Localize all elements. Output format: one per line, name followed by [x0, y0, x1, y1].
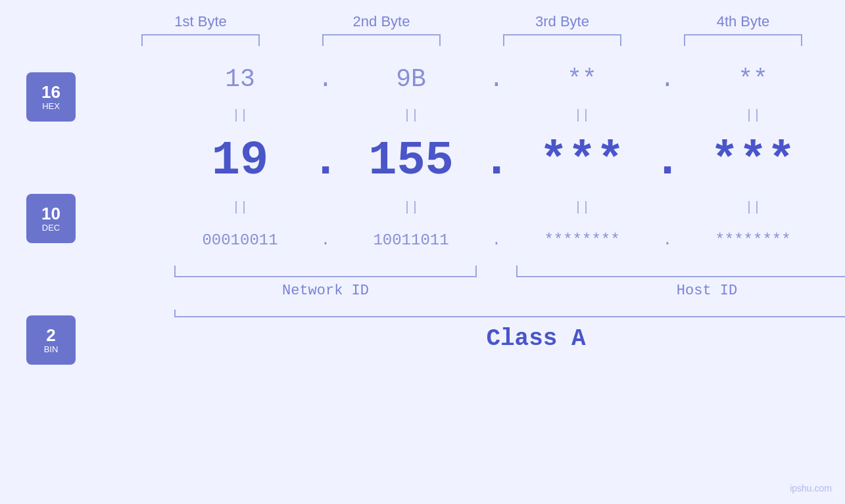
- dec-b3: ***: [516, 134, 648, 188]
- dec-dot-2: .: [477, 134, 516, 188]
- dec-data-row: 19 . 155 . *** . ***: [174, 125, 845, 197]
- bin-data-row: 00010011 . 10011011 . ******** .: [174, 217, 845, 263]
- network-id-label: Network ID: [174, 283, 477, 299]
- bracket-2: [322, 34, 441, 46]
- eq7: ||: [516, 200, 648, 215]
- class-container: Class A: [174, 309, 845, 352]
- class-bracket: [174, 309, 845, 317]
- bin-dot-1: .: [306, 231, 345, 249]
- hex-dot-3: .: [648, 65, 687, 93]
- bracket-1: [141, 34, 260, 46]
- eq6: ||: [345, 200, 477, 215]
- watermark: ipshu.com: [790, 483, 832, 493]
- hex-b2: 9B: [345, 65, 477, 93]
- dec-badge-num: 10: [41, 204, 60, 223]
- dec-b1: 19: [174, 134, 306, 188]
- content-area: 16 HEX 10 DEC 2 BIN 13: [0, 53, 845, 365]
- eq1: ||: [174, 108, 306, 123]
- main-container: 1st Byte 2nd Byte 3rd Byte 4th Byte 16 H…: [0, 0, 845, 504]
- dec-badge-label: DEC: [42, 223, 60, 233]
- hex-badge-num: 16: [41, 83, 60, 102]
- hex-dot-2: .: [477, 65, 516, 93]
- byte-headers: 1st Byte 2nd Byte 3rd Byte 4th Byte: [110, 13, 834, 30]
- eq3: ||: [516, 108, 648, 123]
- bin-dot-3: .: [648, 231, 687, 249]
- top-brackets: [110, 34, 834, 46]
- bin-badge: 2 BIN: [26, 315, 76, 365]
- dec-b4: ***: [687, 134, 819, 188]
- hex-badge: 16 HEX: [26, 72, 76, 122]
- bin-b1: 00010011: [174, 231, 306, 249]
- bracket-4: [684, 34, 802, 46]
- hex-b4: **: [687, 65, 819, 93]
- data-content: 13 . 9B . ** . **: [174, 53, 845, 352]
- bracket-3: [503, 34, 621, 46]
- hex-b3: **: [516, 65, 648, 93]
- byte2-header: 2nd Byte: [316, 13, 447, 30]
- dec-b2: 155: [345, 134, 477, 188]
- class-label: Class A: [174, 325, 845, 352]
- hex-badge-label: HEX: [42, 101, 60, 111]
- dec-badge: 10 DEC: [26, 194, 76, 243]
- bin-badge-label: BIN: [44, 344, 59, 354]
- network-bracket: [174, 265, 477, 277]
- labels-row: Network ID Host ID: [174, 283, 845, 299]
- eq2: ||: [345, 108, 477, 123]
- bin-b4: ********: [687, 231, 819, 249]
- eq5: ||: [174, 200, 306, 215]
- hex-data-row: 13 . 9B . ** . **: [174, 53, 845, 105]
- byte3-header: 3rd Byte: [496, 13, 628, 30]
- bin-dot-2: .: [477, 231, 516, 249]
- bottom-brackets: [174, 265, 845, 277]
- bin-badge-num: 2: [46, 326, 55, 345]
- bin-b2: 10011011: [345, 231, 477, 249]
- equals-row-2: || || || ||: [174, 197, 845, 217]
- byte1-header: 1st Byte: [135, 13, 266, 30]
- dec-dot-3: .: [648, 134, 687, 188]
- hex-dot-1: .: [306, 65, 345, 93]
- bin-b3: ********: [516, 231, 648, 249]
- host-id-label: Host ID: [516, 283, 845, 299]
- badges-column: 16 HEX 10 DEC 2 BIN: [0, 53, 76, 365]
- host-bracket: [516, 265, 845, 277]
- eq8: ||: [687, 200, 819, 215]
- eq4: ||: [687, 108, 819, 123]
- hex-b1: 13: [174, 65, 306, 93]
- byte4-header: 4th Byte: [677, 13, 809, 30]
- equals-row-1: || || || ||: [174, 105, 845, 125]
- dec-dot-1: .: [306, 134, 345, 188]
